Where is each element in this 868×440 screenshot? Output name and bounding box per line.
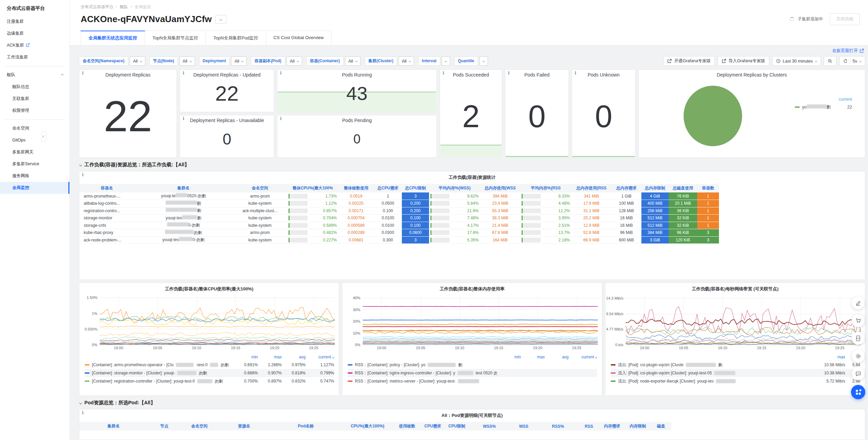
legend-column-avg[interactable]: avg [282,355,306,359]
column-header[interactable]: 平均内存%(RSS [520,184,571,192]
column-header[interactable]: 命名空间 [181,422,218,430]
column-header[interactable]: 总CPU限制 [402,184,429,192]
sidebar-collapse-handle[interactable] [41,131,46,141]
column-header[interactable]: 总CPU需求 [374,184,402,192]
column-header[interactable]: 磁盘 [651,422,671,430]
column-header[interactable]: 总内存使用(RSS [571,184,611,192]
table-row[interactable]: storage-monitoryouqi-tes删kube-system0.70… [80,215,719,222]
column-header[interactable]: 整体核数使用 [338,184,374,192]
table-row[interactable]: registration-contro...删ack-multiple-clus… [80,207,719,215]
legend-column-max[interactable]: max [258,355,282,359]
pie-legend-row[interactable]: yo删22 [795,104,852,110]
column-header[interactable]: 资源名 [218,422,270,430]
legend-column-min[interactable]: min [497,355,521,359]
column-header[interactable]: WSS% [469,422,510,430]
column-header[interactable]: CPU需求 [421,422,445,430]
table-row[interactable]: ack-node-problem-...youqi-tes0-勿删kube-sy… [80,236,719,244]
column-header[interactable]: 总内存使用(WSS [480,184,520,192]
sidebar-item-2[interactable]: ACK集群 [0,39,69,51]
column-header[interactable]: 集群名 [134,184,233,192]
legend-column-avg[interactable]: avg [545,355,569,359]
legend-row[interactable]: RSS：[Container]: metrics-server - [Clust… [348,377,597,385]
time-range-picker[interactable]: Last 30 minutes [772,56,821,66]
sidebar-item-12[interactable]: 多集群网关 [0,146,69,158]
column-header[interactable]: 命名空间 [233,184,287,192]
legend-row[interactable]: 流出: [Pod]: csi-plugin-vqctm [Cluste删10.5… [611,361,860,369]
section-header-pod[interactable]: Pod资源总览：所选Pod:【All】 [79,396,865,409]
column-header[interactable]: 集群名 [79,422,148,430]
legend-row[interactable]: [Container]: storage-monitor - [Cluster]… [85,369,334,377]
table-row[interactable]: storage-cnfs0-勿删kube-system0.589%0.00058… [80,222,719,229]
sidebar-item-5[interactable]: 舰队 [0,69,69,81]
column-header[interactable]: 内存需求 [599,422,625,430]
console-apps-button[interactable] [851,385,865,399]
column-header[interactable]: WSS [510,422,538,430]
legend-row[interactable]: RSS：[Container]: policy - [Cluster]: yo删 [348,361,597,369]
filter-value-dropdown[interactable]: All [345,56,361,66]
column-header[interactable]: RSS% [538,422,579,430]
sidebar-item-6[interactable]: 舰队信息 [0,81,69,93]
legend-row[interactable]: RSS：[Container]: nginx-ingress-controlle… [348,369,597,377]
legend-column-current[interactable]: current [306,355,334,359]
sidebar-item-3[interactable]: 工作流集群 [0,51,69,63]
legend-column-max[interactable]: max [521,355,545,359]
sidebar-item-1[interactable]: 边缘集群 [0,28,69,39]
disable-feature-button[interactable]: 关闭功能 [830,13,860,25]
tab-0[interactable]: 全局集群无状态应用监控 [81,31,145,45]
column-header[interactable]: CPU%(最大100%) [342,422,393,430]
legend-row[interactable]: 流入: [Pod]: csi-plugin-vqctm [Cluster]: y… [611,369,860,377]
column-header[interactable]: 使用核数 [393,422,421,430]
tab-2[interactable]: TopN全局集群Pod监控 [206,31,266,45]
cart-button[interactable] [852,314,865,327]
legend-column-max[interactable]: max [803,355,845,359]
grafana-open-button[interactable]: 开通Grafana专家版 [663,56,715,66]
table-row[interactable]: alibaba-log-contro...刪kube-system1.12%0.… [80,200,719,207]
open-in-new-page-link[interactable]: 在新页面打开 [831,46,865,55]
column-header[interactable]: 容器名 [80,184,134,192]
tab-3[interactable]: CS Cost Global Overview [266,31,331,45]
column-header[interactable]: CPU限制 [445,422,469,430]
filter-value-dropdown[interactable] [479,56,488,66]
column-header[interactable]: 容器数 [697,184,719,192]
title-dropdown-button[interactable] [215,15,226,24]
sidebar-item-15[interactable]: 全局监控 [0,182,69,194]
filter-value-dropdown[interactable]: All [130,56,145,66]
tab-1[interactable]: TopN全局集群节点监控 [145,31,206,45]
feedback-comment-button[interactable] [852,367,865,380]
sidebar-item-11[interactable]: GitOps [0,134,69,146]
settings-button[interactable] [852,350,865,362]
column-header[interactable]: 总磁盘使用 [669,184,697,192]
sidebar-item-0[interactable]: 注册集群 [0,16,69,28]
column-header[interactable]: 整体CPU%(最大100% [287,184,338,192]
app-button[interactable]: APP [852,332,865,345]
filter-value-dropdown[interactable]: All [398,56,414,66]
breadcrumb-item[interactable]: 分布式云容器平台 [81,4,113,9]
column-header[interactable]: Pod名称 [270,422,342,430]
sidebar-item-7[interactable]: 关联集群 [0,93,69,105]
legend-column-min[interactable]: min [234,355,258,359]
column-header[interactable]: 节点 [148,422,181,430]
table-row[interactable]: arms-prometheus-...youqi-te0520-勿删arms-p… [80,192,719,200]
grafana-import-button[interactable]: 导入Grafana专家版 [718,56,769,66]
legend-row[interactable]: 流出: [Pod]: node-exporter-8wcqk [Cluster]… [611,377,860,385]
filter-value-dropdown[interactable]: All [286,56,302,66]
legend-row[interactable]: [Container]: arms-prometheus-operator - … [85,361,334,369]
column-header[interactable]: 内存限制 [625,422,651,430]
column-header[interactable]: 总内存限制 [641,184,669,192]
table-row[interactable]: kube-rbac-proxy勿删arms-prom0.482%0.000289… [80,229,719,237]
legend-row[interactable]: [Container]: registration-controller - [… [85,377,334,385]
zoom-out-button[interactable] [824,56,836,66]
filter-value-dropdown[interactable]: All [231,56,247,66]
section-header-workload[interactable]: 工作负载(容器)资源总览：所选工作负载:【All】 [79,158,865,171]
column-header[interactable]: RSS [579,422,600,430]
filter-value-dropdown[interactable]: All [179,56,195,66]
legend-column-current[interactable]: current [569,355,597,359]
refresh-control[interactable]: 5s [839,56,865,66]
column-header[interactable]: 总内存需求 [611,184,641,192]
sidebar-item-8[interactable]: 权限管理 [0,105,69,117]
filter-value-dropdown[interactable] [442,56,450,66]
sidebar-item-14[interactable]: 服务网格 [0,170,69,182]
sidebar-item-13[interactable]: 多集群Service [0,158,69,170]
column-header[interactable]: 平均内存%(WSS) [429,184,480,192]
sidebar-item-10[interactable]: 命名空间 [0,122,69,134]
